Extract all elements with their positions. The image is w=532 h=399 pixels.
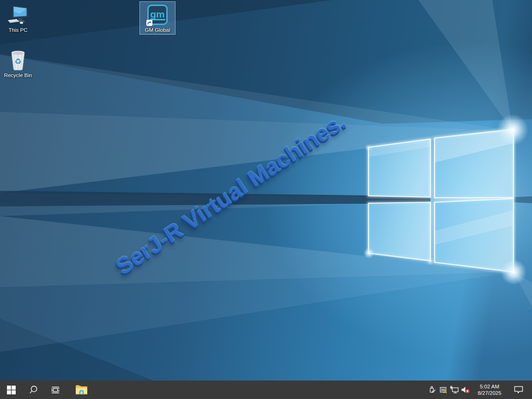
start-button[interactable] [0, 381, 22, 399]
windows-desktop: SerJ-R Virtual Machines. This PC [0, 0, 532, 399]
file-explorer-button[interactable] [70, 381, 92, 399]
windows-logo-icon [7, 386, 16, 394]
task-view-icon [50, 385, 60, 395]
task-view-button[interactable] [44, 381, 66, 399]
file-explorer-icon [75, 385, 88, 395]
volume-muted-icon[interactable] [460, 381, 471, 399]
desktop-icon-label: GM Global [145, 27, 170, 33]
action-center-button[interactable] [509, 381, 528, 399]
taskbar: vm [0, 381, 532, 399]
gm-logo-text: gm [150, 10, 165, 20]
search-button[interactable] [22, 381, 44, 399]
vmware-tools-warning-icon[interactable]: vm [438, 381, 449, 399]
desktop-icon-label: Recycle Bin [4, 73, 32, 79]
taskbar-clock[interactable]: 5:02 AM 8/27/2025 [473, 381, 506, 399]
action-center-icon [514, 385, 524, 394]
clock-time: 5:02 AM [480, 383, 499, 390]
desktop-icon-this-pc[interactable]: This PC [0, 1, 36, 35]
search-icon [29, 385, 38, 394]
desktop-icon-gm-global[interactable]: gm GM Global [139, 1, 175, 35]
desktop-icon-recycle-bin[interactable]: ♻ Recycle Bin [0, 47, 36, 80]
system-tray: vm [427, 381, 532, 399]
safely-remove-hardware-icon[interactable] [427, 381, 438, 399]
network-icon[interactable] [449, 381, 460, 399]
this-pc-icon [7, 4, 29, 26]
desktop-icon-label: This PC [9, 27, 28, 33]
shortcut-arrow-icon [146, 20, 152, 26]
clock-date: 8/27/2025 [478, 390, 501, 396]
wallpaper [0, 0, 532, 399]
svg-text:vm: vm [441, 388, 445, 391]
svg-text:♻: ♻ [14, 57, 21, 66]
recycle-bin-icon: ♻ [7, 48, 29, 72]
